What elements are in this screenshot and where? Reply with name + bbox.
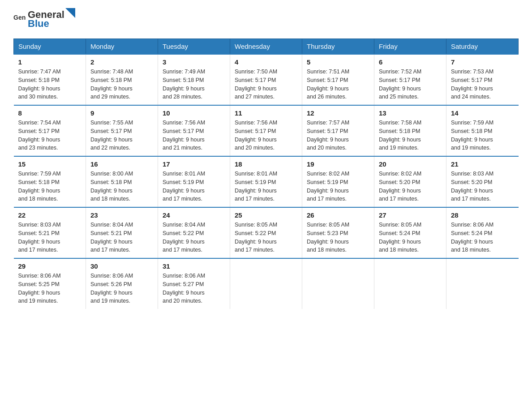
day-number: 26 (307, 211, 369, 219)
day-info: Sunrise: 7:54 AM Sunset: 5:17 PM Dayligh… (18, 119, 82, 152)
day-cell (230, 258, 302, 309)
day-cell: 31Sunrise: 8:06 AM Sunset: 5:27 PM Dayli… (158, 258, 230, 309)
day-number: 27 (379, 211, 442, 219)
day-cell: 2Sunrise: 7:48 AM Sunset: 5:18 PM Daylig… (86, 54, 158, 105)
header-monday: Monday (86, 39, 158, 55)
logo-triangle-icon (65, 8, 75, 18)
day-number: 24 (163, 211, 225, 219)
day-number: 7 (451, 58, 514, 66)
day-info: Sunrise: 8:06 AM Sunset: 5:26 PM Dayligh… (90, 272, 153, 305)
day-info: Sunrise: 8:05 AM Sunset: 5:22 PM Dayligh… (235, 221, 297, 254)
header-saturday: Saturday (446, 39, 519, 55)
header-sunday: Sunday (14, 39, 86, 55)
day-cell: 17Sunrise: 8:01 AM Sunset: 5:19 PM Dayli… (158, 156, 230, 207)
week-row-5: 29Sunrise: 8:06 AM Sunset: 5:25 PM Dayli… (14, 258, 519, 309)
day-info: Sunrise: 7:52 AM Sunset: 5:17 PM Dayligh… (379, 68, 442, 101)
day-cell (302, 258, 374, 309)
day-cell: 15Sunrise: 7:59 AM Sunset: 5:18 PM Dayli… (14, 156, 86, 207)
calendar-header: SundayMondayTuesdayWednesdayThursdayFrid… (14, 39, 519, 55)
day-cell: 22Sunrise: 8:03 AM Sunset: 5:21 PM Dayli… (14, 207, 86, 258)
day-info: Sunrise: 8:06 AM Sunset: 5:24 PM Dayligh… (451, 221, 514, 254)
day-number: 19 (307, 160, 369, 168)
day-cell: 14Sunrise: 7:59 AM Sunset: 5:18 PM Dayli… (446, 105, 519, 156)
day-cell: 13Sunrise: 7:58 AM Sunset: 5:18 PM Dayli… (374, 105, 446, 156)
day-number: 2 (90, 58, 153, 66)
day-info: Sunrise: 8:04 AM Sunset: 5:22 PM Dayligh… (163, 221, 225, 254)
day-info: Sunrise: 8:04 AM Sunset: 5:21 PM Dayligh… (90, 221, 153, 254)
header-thursday: Thursday (302, 39, 374, 55)
day-cell: 25Sunrise: 8:05 AM Sunset: 5:22 PM Dayli… (230, 207, 302, 258)
day-number: 14 (451, 109, 514, 117)
day-cell: 9Sunrise: 7:55 AM Sunset: 5:17 PM Daylig… (86, 105, 158, 156)
day-number: 23 (90, 211, 153, 219)
day-info: Sunrise: 8:06 AM Sunset: 5:25 PM Dayligh… (18, 272, 82, 305)
calendar-body: 1Sunrise: 7:47 AM Sunset: 5:18 PM Daylig… (14, 54, 519, 309)
day-cell: 5Sunrise: 7:51 AM Sunset: 5:17 PM Daylig… (302, 54, 374, 105)
day-info: Sunrise: 8:06 AM Sunset: 5:27 PM Dayligh… (163, 272, 225, 305)
week-row-3: 15Sunrise: 7:59 AM Sunset: 5:18 PM Dayli… (14, 156, 519, 207)
header-row: SundayMondayTuesdayWednesdayThursdayFrid… (14, 39, 519, 55)
header-tuesday: Tuesday (158, 39, 230, 55)
day-cell: 20Sunrise: 8:02 AM Sunset: 5:20 PM Dayli… (374, 156, 446, 207)
day-info: Sunrise: 7:53 AM Sunset: 5:17 PM Dayligh… (451, 68, 514, 101)
day-number: 16 (90, 160, 153, 168)
day-info: Sunrise: 7:55 AM Sunset: 5:17 PM Dayligh… (90, 119, 153, 152)
page-header: General General Blue (13, 9, 519, 30)
day-cell: 18Sunrise: 8:01 AM Sunset: 5:19 PM Dayli… (230, 156, 302, 207)
day-cell: 3Sunrise: 7:49 AM Sunset: 5:18 PM Daylig… (158, 54, 230, 105)
day-number: 1 (18, 58, 82, 66)
day-info: Sunrise: 7:49 AM Sunset: 5:18 PM Dayligh… (163, 68, 225, 101)
header-friday: Friday (374, 39, 446, 55)
day-info: Sunrise: 8:01 AM Sunset: 5:19 PM Dayligh… (235, 170, 297, 203)
day-number: 31 (163, 262, 225, 270)
logo: General General Blue (13, 9, 75, 30)
day-info: Sunrise: 7:58 AM Sunset: 5:18 PM Dayligh… (379, 119, 442, 152)
day-cell: 29Sunrise: 8:06 AM Sunset: 5:25 PM Dayli… (14, 258, 86, 309)
day-cell: 24Sunrise: 8:04 AM Sunset: 5:22 PM Dayli… (158, 207, 230, 258)
day-number: 30 (90, 262, 153, 270)
day-number: 22 (18, 211, 82, 219)
day-number: 8 (18, 109, 82, 117)
day-number: 12 (307, 109, 369, 117)
header-wednesday: Wednesday (230, 39, 302, 55)
day-cell: 16Sunrise: 8:00 AM Sunset: 5:18 PM Dayli… (86, 156, 158, 207)
day-info: Sunrise: 8:00 AM Sunset: 5:18 PM Dayligh… (90, 170, 153, 203)
day-number: 17 (163, 160, 225, 168)
day-number: 10 (163, 109, 225, 117)
day-info: Sunrise: 8:03 AM Sunset: 5:20 PM Dayligh… (451, 170, 514, 203)
svg-text:General: General (13, 14, 26, 21)
day-info: Sunrise: 7:47 AM Sunset: 5:18 PM Dayligh… (18, 68, 82, 101)
day-number: 15 (18, 160, 82, 168)
day-number: 21 (451, 160, 514, 168)
day-number: 6 (379, 58, 442, 66)
day-number: 25 (235, 211, 297, 219)
day-info: Sunrise: 7:56 AM Sunset: 5:17 PM Dayligh… (235, 119, 297, 152)
day-cell: 12Sunrise: 7:57 AM Sunset: 5:17 PM Dayli… (302, 105, 374, 156)
day-info: Sunrise: 7:59 AM Sunset: 5:18 PM Dayligh… (451, 119, 514, 152)
day-cell: 23Sunrise: 8:04 AM Sunset: 5:21 PM Dayli… (86, 207, 158, 258)
day-number: 4 (235, 58, 297, 66)
day-cell: 19Sunrise: 8:02 AM Sunset: 5:19 PM Dayli… (302, 156, 374, 207)
logo-icon: General (13, 13, 26, 26)
day-info: Sunrise: 7:56 AM Sunset: 5:17 PM Dayligh… (163, 119, 225, 152)
day-cell: 10Sunrise: 7:56 AM Sunset: 5:17 PM Dayli… (158, 105, 230, 156)
day-info: Sunrise: 7:51 AM Sunset: 5:17 PM Dayligh… (307, 68, 369, 101)
day-number: 13 (379, 109, 442, 117)
day-info: Sunrise: 8:03 AM Sunset: 5:21 PM Dayligh… (18, 221, 82, 254)
svg-marker-1 (65, 8, 75, 18)
day-number: 20 (379, 160, 442, 168)
day-number: 28 (451, 211, 514, 219)
day-cell: 4Sunrise: 7:50 AM Sunset: 5:17 PM Daylig… (230, 54, 302, 105)
day-cell (374, 258, 446, 309)
day-number: 18 (235, 160, 297, 168)
day-info: Sunrise: 7:57 AM Sunset: 5:17 PM Dayligh… (307, 119, 369, 152)
day-cell: 1Sunrise: 7:47 AM Sunset: 5:18 PM Daylig… (14, 54, 86, 105)
day-info: Sunrise: 7:59 AM Sunset: 5:18 PM Dayligh… (18, 170, 82, 203)
week-row-2: 8Sunrise: 7:54 AM Sunset: 5:17 PM Daylig… (14, 105, 519, 156)
day-number: 5 (307, 58, 369, 66)
day-info: Sunrise: 8:02 AM Sunset: 5:20 PM Dayligh… (379, 170, 442, 203)
day-number: 29 (18, 262, 82, 270)
day-info: Sunrise: 8:02 AM Sunset: 5:19 PM Dayligh… (307, 170, 369, 203)
day-info: Sunrise: 7:50 AM Sunset: 5:17 PM Dayligh… (235, 68, 297, 101)
day-cell: 30Sunrise: 8:06 AM Sunset: 5:26 PM Dayli… (86, 258, 158, 309)
